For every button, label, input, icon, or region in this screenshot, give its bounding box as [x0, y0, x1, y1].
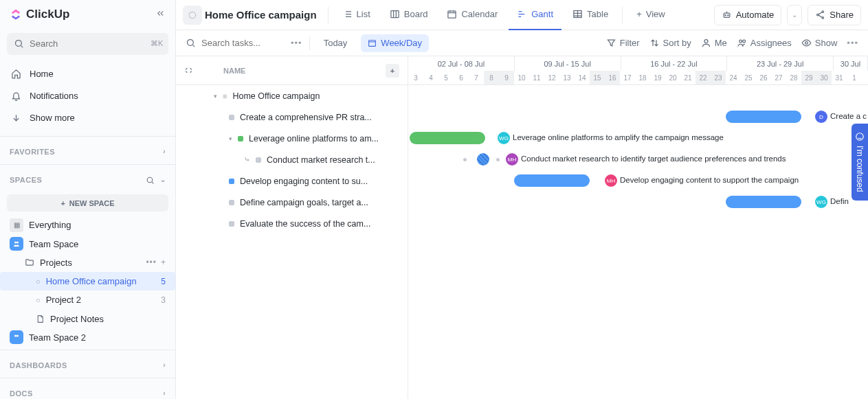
- caret-icon[interactable]: ▾: [214, 93, 217, 100]
- day-cell[interactable]: 8: [484, 71, 499, 84]
- caret-icon[interactable]: ▾: [229, 135, 232, 142]
- assignee-avatar[interactable]: MH: [506, 153, 518, 166]
- spaces-section[interactable]: SPACES ⌄: [0, 168, 175, 190]
- add-view-button[interactable]: + View: [628, 0, 674, 30]
- sidebar-item-home-office-campaign[interactable]: ○ Home Office campaign 5: [0, 272, 175, 290]
- task-row[interactable]: Create a comprehensive PR stra...: [176, 106, 408, 128]
- sidebar-item-team-space[interactable]: Team Space: [0, 234, 175, 253]
- status-square[interactable]: [238, 136, 243, 141]
- assignee-avatar[interactable]: WG: [498, 132, 510, 144]
- task-row[interactable]: ▾≡Home Office campaign: [176, 85, 408, 106]
- sidebar-item-project-2[interactable]: ○ Project 2 3: [0, 290, 175, 309]
- tab-calendar[interactable]: Calendar: [438, 0, 506, 30]
- day-cell[interactable]: 12: [544, 71, 559, 84]
- gantt-row[interactable]: MHDevelop engaging content to support th…: [408, 170, 868, 192]
- gantt-bar[interactable]: [514, 174, 590, 187]
- collapse-sidebar-icon[interactable]: [155, 8, 166, 21]
- day-cell[interactable]: 16: [605, 71, 620, 84]
- gantt-bar[interactable]: [726, 111, 801, 123]
- sidebar-item-projects[interactable]: Projects ••• +: [0, 253, 175, 272]
- day-cell[interactable]: 21: [680, 71, 695, 84]
- day-cell[interactable]: 4: [423, 71, 438, 84]
- day-cell[interactable]: 26: [756, 71, 771, 84]
- task-row[interactable]: ⤷Conduct market research t...: [176, 149, 408, 170]
- gantt-row[interactable]: MHConduct market research to identify ta…: [408, 149, 868, 170]
- gantt-row[interactable]: DCreate a c: [408, 106, 868, 128]
- share-button[interactable]: Share: [808, 5, 861, 25]
- tab-table[interactable]: Table: [564, 0, 616, 30]
- day-cell[interactable]: 31: [832, 71, 847, 84]
- task-row[interactable]: ▾Leverage online platforms to am...: [176, 128, 408, 149]
- day-cell[interactable]: 15: [590, 71, 605, 84]
- gantt-row[interactable]: WGDefin: [408, 192, 868, 213]
- add-column-button[interactable]: +: [386, 64, 399, 78]
- status-square[interactable]: [256, 157, 261, 163]
- day-cell[interactable]: 7: [469, 71, 484, 84]
- day-cell[interactable]: 29: [801, 71, 816, 84]
- day-cell[interactable]: 30: [816, 71, 832, 84]
- day-cell[interactable]: 6: [454, 71, 469, 84]
- search-tasks-input[interactable]: [201, 38, 284, 48]
- logo[interactable]: ClickUp: [10, 8, 69, 21]
- status-square[interactable]: [229, 115, 234, 120]
- gantt-row[interactable]: [408, 85, 868, 106]
- tab-board[interactable]: Board: [381, 0, 436, 30]
- tab-list[interactable]: List: [334, 0, 379, 30]
- gantt-bar[interactable]: [726, 196, 801, 208]
- gantt-row[interactable]: WGLeverage online platforms to amplify t…: [408, 128, 868, 149]
- tab-gantt[interactable]: Gantt: [509, 0, 561, 30]
- assignee-avatar[interactable]: MH: [605, 174, 617, 187]
- assignees-button[interactable]: Assignees: [737, 38, 792, 48]
- sidebar-item-everything[interactable]: ▦ Everything: [0, 216, 175, 234]
- search-icon[interactable]: [146, 176, 155, 185]
- favorites-section[interactable]: FAVORITES ›: [0, 139, 175, 161]
- chevron-down-icon[interactable]: ⌄: [160, 176, 166, 185]
- day-cell[interactable]: 23: [711, 71, 726, 84]
- sidebar-item-project-notes[interactable]: Project Notes: [0, 309, 175, 328]
- day-cell[interactable]: 11: [529, 71, 544, 84]
- task-row[interactable]: Evaluate the success of the cam...: [176, 213, 408, 234]
- expand-icon[interactable]: [184, 66, 193, 75]
- nav-show-more[interactable]: Show more: [0, 107, 175, 129]
- day-cell[interactable]: 13: [559, 71, 575, 84]
- day-cell[interactable]: 28: [786, 71, 801, 84]
- page-title[interactable]: Home Office campaign: [205, 9, 317, 21]
- task-row[interactable]: Define campaign goals, target a...: [176, 192, 408, 213]
- assignee-avatar[interactable]: D: [815, 111, 827, 123]
- today-button[interactable]: Today: [317, 34, 355, 52]
- day-cell[interactable]: 22: [695, 71, 711, 84]
- day-cell[interactable]: 20: [665, 71, 680, 84]
- day-cell[interactable]: 27: [771, 71, 786, 84]
- gantt-bar[interactable]: [410, 132, 485, 144]
- more-icon[interactable]: •••: [847, 38, 858, 48]
- milestone-icon[interactable]: [477, 153, 489, 166]
- gantt-row[interactable]: [408, 213, 868, 234]
- day-cell[interactable]: 9: [499, 71, 514, 84]
- plus-icon[interactable]: +: [161, 258, 166, 267]
- day-cell[interactable]: 19: [650, 71, 665, 84]
- automate-button[interactable]: Automate: [714, 5, 782, 25]
- task-row[interactable]: Develop engaging content to su...: [176, 170, 408, 192]
- sort-button[interactable]: Sort by: [649, 38, 691, 48]
- me-button[interactable]: Me: [701, 38, 727, 48]
- gantt-chart[interactable]: 02 Jul - 08 Jul09 Jul - 15 Jul16 Jul - 2…: [408, 56, 868, 399]
- day-cell[interactable]: 1: [847, 71, 862, 84]
- sidebar-item-team-space-2[interactable]: Team Space 2: [0, 328, 175, 347]
- weekday-toggle[interactable]: Week/Day: [361, 34, 429, 52]
- assignee-avatar[interactable]: WG: [815, 196, 827, 208]
- filter-button[interactable]: Filter: [606, 38, 640, 48]
- status-square[interactable]: [229, 179, 234, 184]
- feedback-button[interactable]: I'm confused: [852, 124, 868, 201]
- status-square[interactable]: [229, 221, 234, 227]
- day-cell[interactable]: 5: [438, 71, 454, 84]
- dashboards-section[interactable]: DASHBOARDS ›: [0, 353, 175, 375]
- status-square[interactable]: [229, 200, 234, 205]
- docs-section[interactable]: DOCS ›: [0, 381, 175, 399]
- nav-home[interactable]: Home: [0, 63, 175, 85]
- nav-notifications[interactable]: Notifications: [0, 85, 175, 107]
- day-cell[interactable]: 18: [635, 71, 650, 84]
- list-badge-icon[interactable]: [183, 5, 202, 25]
- day-cell[interactable]: 3: [408, 71, 423, 84]
- day-cell[interactable]: 10: [514, 71, 529, 84]
- more-icon[interactable]: •••: [291, 38, 302, 48]
